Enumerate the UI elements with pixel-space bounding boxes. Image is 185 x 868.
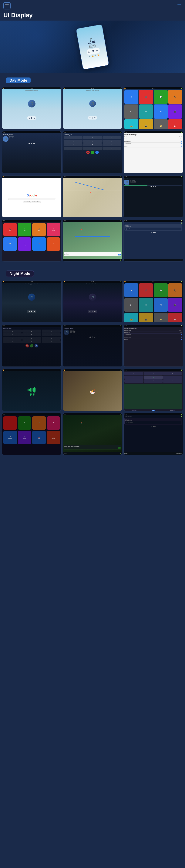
key-n-2[interactable]: 2 (22, 330, 41, 333)
nav-down[interactable]: ↓ (144, 379, 163, 383)
cp-overcast[interactable]: ☁Overcast (47, 237, 60, 251)
answer-call-btn[interactable]: 📞 (91, 151, 94, 154)
cp-n-spotify[interactable]: 🎵Spotify (18, 431, 31, 444)
prev-button[interactable]: ⏮ (88, 50, 90, 53)
cp-n-messages[interactable]: 💬Messages (3, 431, 17, 444)
key-2[interactable]: 2 (83, 136, 102, 139)
key-3[interactable]: 3 (103, 136, 122, 139)
setting-auto-connect[interactable]: Auto connect ◉ (125, 143, 182, 145)
nav-play-btn[interactable]: ▶ (153, 232, 154, 234)
app-n-camera[interactable]: 📷 (139, 313, 153, 322)
app-n-bt[interactable]: BT (125, 298, 138, 312)
end-call-btn[interactable]: 📵 (86, 151, 90, 154)
cp-n-phone[interactable]: 📞Phone (3, 416, 17, 430)
player-controls[interactable]: ⏮ ⏸ ⏭ (27, 116, 36, 120)
google-screen[interactable]: Google Google Search I'm Feeling Lucky (2, 178, 61, 217)
nav-arrows[interactable]: ↖ ↑ ↗ ← ● → ↙ ↓ ↘ (125, 372, 182, 383)
key-8[interactable]: 8 (83, 143, 102, 146)
app-n-radio[interactable]: 📻 (125, 313, 138, 322)
key-n-5[interactable]: 5 (22, 333, 41, 336)
cp-waze[interactable]: 🚗Waze (32, 237, 46, 251)
cp-n-overcast[interactable]: ☁Overcast (47, 431, 60, 444)
play-button[interactable]: ⏸ (91, 49, 95, 54)
app-telegram[interactable]: ✈ (125, 90, 138, 104)
nav-down-right[interactable]: ↘ (163, 379, 182, 383)
night2-controls[interactable]: ⏮ ⏸ ⏭ (88, 310, 97, 313)
nav-up[interactable]: ↑ (144, 372, 163, 375)
google-buttons[interactable]: Google Search I'm Feeling Lucky (23, 200, 41, 203)
key-7[interactable]: 7 (63, 143, 82, 146)
cp-music[interactable]: 🎵Music (32, 223, 46, 237)
next-icon[interactable]: ⏭ (34, 117, 35, 119)
app-music[interactable]: 🎵 (139, 90, 153, 104)
app-files[interactable]: 📁 (154, 119, 168, 129)
bt-play[interactable]: ⏸ (31, 143, 33, 145)
key-star[interactable]: * (63, 147, 82, 150)
app-phone[interactable]: 📞 (168, 90, 182, 104)
nav-icon[interactable] (178, 4, 182, 7)
app-n-maps[interactable]: 🗺 (154, 298, 168, 312)
key-n-star[interactable]: * (3, 340, 22, 343)
call-buttons[interactable]: 📵 📞 🎤 (63, 151, 122, 154)
app-wechat[interactable]: 💬 (154, 90, 168, 104)
social-next[interactable]: ⏭ (155, 186, 156, 188)
cp-podcast[interactable]: 🎙Podcasts (47, 223, 60, 237)
nav-prev-btn[interactable]: ⏮ (151, 232, 152, 234)
cp-n-maps[interactable]: 🗺Maps (18, 416, 31, 430)
app-bt[interactable]: BT (125, 104, 138, 118)
google-search-bar[interactable] (8, 198, 55, 200)
setting-power[interactable]: Power ◉ (125, 145, 182, 148)
key-hash[interactable]: # (103, 147, 122, 150)
app-n-video[interactable]: 🎬 (168, 298, 182, 312)
answer-n[interactable]: 📞 (30, 344, 33, 347)
nav-next-btn[interactable]: ⏭ (154, 232, 156, 234)
nav-prev-n[interactable]: ⏮ (151, 426, 152, 427)
night-play[interactable]: ⏸ (31, 310, 33, 313)
cp-n-music[interactable]: 🎵Music (32, 416, 46, 430)
bt-controls[interactable]: ⏮ ⏸ ⏭ (3, 143, 60, 145)
key-n-hash[interactable]: # (42, 340, 60, 343)
app-camera[interactable]: 📷 (139, 119, 153, 129)
night-prev[interactable]: ⏮ (28, 310, 30, 313)
nav-center[interactable]: ● (144, 376, 163, 379)
night-controls[interactable]: ⏮ ⏸ ⏭ (27, 310, 36, 313)
key-n-1[interactable]: 1 (3, 330, 22, 333)
bt-prev[interactable]: ⏮ (28, 143, 30, 145)
app-maps[interactable]: 🗺 (154, 104, 168, 118)
nav-controls[interactable]: ⏮ ▶ ⏭ (125, 232, 182, 234)
end-call-n[interactable]: 📵 (25, 344, 29, 347)
go-button[interactable]: GO (118, 254, 121, 255)
lucky-btn[interactable]: I'm Feeling Lucky (31, 200, 41, 203)
nav-go-btn[interactable]: GO (152, 410, 155, 411)
social-controls[interactable]: ⏮ ⏸ ⏭ (125, 186, 182, 188)
app-n-telegram[interactable]: ✈ (125, 283, 138, 297)
bt-n-play[interactable]: ⏸ (91, 336, 94, 338)
social-play[interactable]: ⏸ (153, 186, 154, 188)
setting-n-auto-connect[interactable]: Auto connect ◉ (125, 336, 182, 338)
bt-n-prev[interactable]: ⏮ (89, 336, 91, 338)
nav-down-left[interactable]: ↙ (125, 379, 143, 383)
play-icon[interactable]: ⏸ (31, 117, 33, 119)
menu-button[interactable] (3, 2, 10, 9)
cp-spotify[interactable]: 🎵Spotify (18, 237, 31, 251)
app-settings[interactable]: ⚙ (139, 104, 153, 118)
setting-n-power[interactable]: Power ◉ (125, 338, 182, 341)
key-n-7[interactable]: 7 (3, 337, 22, 340)
mic-btn[interactable]: 🎤 (95, 151, 99, 154)
cp-n-podcast[interactable]: 🎙Podcasts (47, 416, 60, 430)
nav-controls-n[interactable]: ⏮ ▶ ⏭ (125, 426, 182, 427)
key-0[interactable]: 0 (83, 147, 102, 150)
nav-next-n[interactable]: ⏭ (154, 426, 156, 427)
dialpad[interactable]: 1 2 3 4 5 6 7 8 9 * 0 # (63, 136, 122, 150)
night2-next[interactable]: ⏭ (95, 310, 96, 313)
next-button[interactable]: ⏭ (96, 49, 99, 52)
key-n-4[interactable]: 4 (3, 333, 22, 336)
app-n-music[interactable]: 🎵 (139, 283, 153, 297)
app-n-settings[interactable]: ⚙ (139, 298, 153, 312)
cp-n-waze[interactable]: 🚗Waze (32, 431, 46, 444)
nav-up-left[interactable]: ↖ (125, 372, 143, 375)
app-youtube[interactable]: ▶ (168, 119, 182, 129)
mic-n[interactable]: 🎤 (34, 344, 38, 347)
key-n-3[interactable]: 3 (42, 330, 60, 333)
cp-phone[interactable]: 📞Phone (3, 223, 17, 237)
